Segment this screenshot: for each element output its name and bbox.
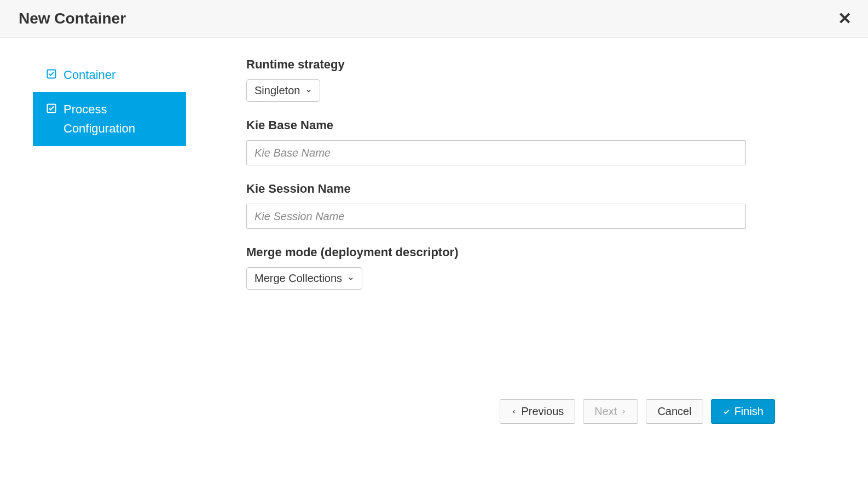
runtime-strategy-value: Singleton	[254, 84, 300, 97]
kie-base-label: Kie Base Name	[246, 118, 835, 132]
finish-button[interactable]: Finish	[711, 399, 775, 424]
cancel-button[interactable]: Cancel	[646, 399, 703, 424]
dialog-body: Container Process Configuration Runtime …	[0, 38, 868, 328]
merge-mode-select[interactable]: Merge Collections	[246, 267, 362, 290]
sidebar-item-container[interactable]: Container	[33, 57, 186, 92]
close-icon[interactable]: ✕	[838, 10, 852, 27]
next-label: Next	[594, 405, 617, 418]
runtime-strategy-select[interactable]: Singleton	[246, 79, 320, 102]
merge-mode-label: Merge mode (deployment descriptor)	[246, 245, 835, 260]
runtime-strategy-label: Runtime strategy	[246, 57, 835, 72]
runtime-strategy-group: Runtime strategy Singleton	[246, 57, 835, 102]
kie-session-group: Kie Session Name	[246, 182, 835, 229]
chevron-down-icon	[305, 88, 312, 94]
kie-session-input[interactable]	[246, 204, 746, 229]
previous-label: Previous	[521, 405, 564, 418]
sidebar-item-label: Container	[63, 65, 115, 84]
chevron-right-icon	[621, 408, 627, 416]
kie-session-label: Kie Session Name	[246, 182, 835, 196]
kie-base-input[interactable]	[246, 140, 746, 165]
previous-button[interactable]: Previous	[500, 399, 575, 424]
chevron-down-icon	[348, 275, 354, 282]
form-area: Runtime strategy Singleton Kie Base Name…	[246, 57, 835, 306]
sidebar-item-label: Process Configuration	[63, 100, 173, 138]
sidebar-item-process-configuration[interactable]: Process Configuration	[33, 92, 186, 146]
check-icon	[722, 408, 730, 416]
dialog-header: New Container ✕	[0, 0, 868, 38]
cancel-label: Cancel	[657, 405, 691, 418]
kie-base-group: Kie Base Name	[246, 118, 835, 165]
wizard-footer: Previous Next Cancel Finish	[500, 399, 775, 424]
next-button[interactable]: Next	[583, 399, 638, 424]
merge-mode-group: Merge mode (deployment descriptor) Merge…	[246, 245, 835, 290]
check-square-icon	[46, 103, 57, 114]
finish-label: Finish	[734, 405, 763, 418]
chevron-left-icon	[511, 408, 517, 416]
dialog-title: New Container	[19, 10, 126, 27]
check-square-icon	[46, 68, 57, 79]
wizard-sidebar: Container Process Configuration	[33, 57, 186, 306]
merge-mode-value: Merge Collections	[254, 272, 342, 285]
